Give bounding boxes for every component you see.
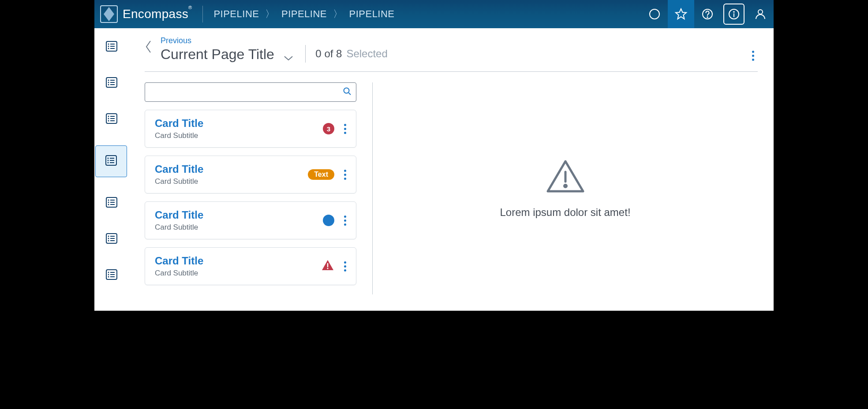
header-circle-icon[interactable] bbox=[641, 0, 668, 28]
rail-item[interactable] bbox=[101, 229, 122, 249]
svg-point-5 bbox=[733, 11, 734, 12]
rail-item[interactable] bbox=[101, 37, 122, 57]
search-box[interactable] bbox=[145, 82, 356, 102]
svg-point-6 bbox=[758, 10, 763, 14]
header-actions bbox=[641, 0, 774, 28]
brand-block: Encompass® bbox=[94, 5, 192, 23]
card-title: Card Title bbox=[155, 255, 321, 267]
list-column: Card TitleCard Subtitle3Card TitleCard S… bbox=[145, 82, 356, 294]
breadcrumb-item[interactable]: PIPELINE bbox=[213, 8, 259, 20]
help-icon[interactable] bbox=[694, 0, 721, 28]
rail-item[interactable] bbox=[101, 109, 122, 130]
brand-name: Encompass® bbox=[123, 7, 192, 21]
page-header: Previous Current Page Title 0 of 8 Selec… bbox=[145, 28, 758, 63]
rail-item[interactable] bbox=[95, 145, 127, 177]
favorite-icon[interactable] bbox=[668, 0, 694, 28]
card-more-icon[interactable] bbox=[342, 168, 348, 182]
svg-point-57 bbox=[327, 268, 328, 269]
top-header: Encompass® PIPELINE 〉 PIPELINE 〉 PIPELIN… bbox=[94, 0, 774, 28]
svg-point-58 bbox=[564, 185, 566, 187]
user-icon[interactable] bbox=[747, 0, 774, 28]
list-card[interactable]: Card TitleCard SubtitleText bbox=[145, 156, 356, 193]
info-icon[interactable] bbox=[723, 4, 745, 25]
left-rail bbox=[94, 28, 129, 311]
selection-count: 0 of 8 Selected bbox=[305, 45, 387, 63]
rail-item[interactable] bbox=[101, 73, 122, 93]
search-input[interactable] bbox=[150, 88, 343, 96]
page-more-menu-icon[interactable] bbox=[750, 49, 758, 63]
divider bbox=[145, 71, 758, 72]
card-more-icon[interactable] bbox=[342, 260, 348, 273]
status-dot-icon bbox=[323, 215, 334, 226]
list-card[interactable]: Card TitleCard Subtitle bbox=[145, 247, 356, 285]
list-icon bbox=[105, 112, 118, 127]
previous-link[interactable]: Previous bbox=[161, 36, 294, 45]
card-subtitle: Card Subtitle bbox=[155, 223, 323, 232]
card-subtitle: Card Subtitle bbox=[155, 269, 321, 278]
breadcrumb-item[interactable]: PIPELINE bbox=[349, 8, 395, 20]
count-label: Selected bbox=[346, 48, 387, 60]
header-divider bbox=[202, 6, 203, 22]
title-dropdown-icon[interactable] bbox=[283, 55, 294, 63]
svg-point-56 bbox=[344, 88, 349, 93]
list-card[interactable]: Card TitleCard Subtitle3 bbox=[145, 110, 356, 148]
breadcrumb-item[interactable]: PIPELINE bbox=[281, 8, 327, 20]
status-badge: Text bbox=[308, 169, 334, 180]
card-subtitle: Card Subtitle bbox=[155, 177, 308, 186]
count-badge: 3 bbox=[323, 123, 334, 134]
list-icon bbox=[105, 232, 118, 247]
warning-icon bbox=[545, 159, 586, 197]
rail-item[interactable] bbox=[101, 193, 122, 213]
card-subtitle: Card Subtitle bbox=[155, 131, 323, 140]
list-icon bbox=[105, 76, 118, 91]
list-icon bbox=[105, 196, 118, 211]
list-card[interactable]: Card TitleCard Subtitle bbox=[145, 201, 356, 239]
count-value: 0 of 8 bbox=[315, 48, 342, 60]
card-more-icon[interactable] bbox=[342, 214, 348, 227]
page-title: Current Page Title bbox=[161, 46, 274, 62]
empty-state-text: Lorem ipsum dolor sit amet! bbox=[500, 206, 630, 219]
back-chevron-icon[interactable] bbox=[145, 39, 155, 59]
chevron-right-icon: 〉 bbox=[265, 7, 275, 21]
card-title: Card Title bbox=[155, 117, 323, 130]
search-icon[interactable] bbox=[343, 87, 352, 97]
svg-point-1 bbox=[650, 9, 659, 19]
card-title: Card Title bbox=[155, 209, 323, 221]
brand-logo-icon bbox=[100, 5, 118, 23]
card-title: Card Title bbox=[155, 163, 308, 175]
card-more-icon[interactable] bbox=[342, 122, 348, 136]
svg-point-3 bbox=[707, 17, 708, 18]
list-icon bbox=[105, 268, 118, 283]
list-icon bbox=[105, 40, 118, 55]
alert-icon bbox=[321, 259, 334, 273]
rail-item[interactable] bbox=[101, 265, 122, 286]
chevron-right-icon: 〉 bbox=[333, 7, 343, 21]
list-icon bbox=[105, 154, 118, 169]
breadcrumbs: PIPELINE 〉 PIPELINE 〉 PIPELINE bbox=[213, 7, 394, 21]
detail-column: Lorem ipsum dolor sit amet! bbox=[372, 82, 758, 294]
